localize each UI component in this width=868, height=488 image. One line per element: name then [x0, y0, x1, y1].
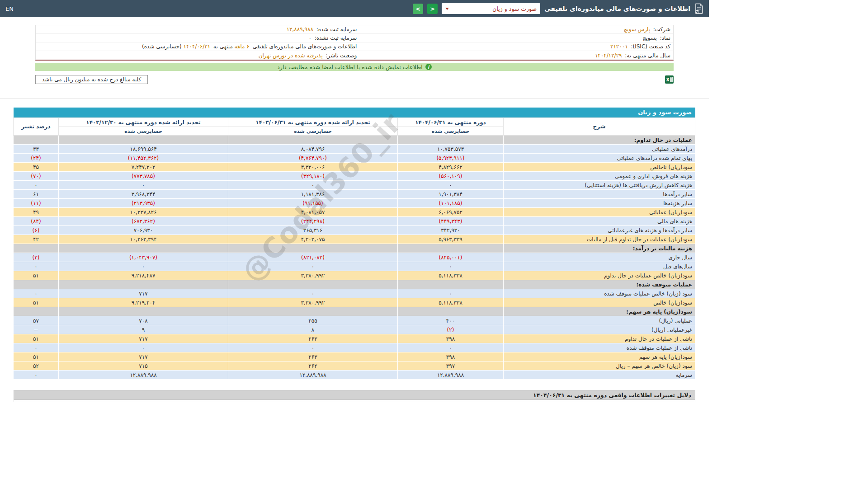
- row-label: سرمایه: [504, 371, 695, 380]
- value-cell: (۲): [398, 325, 504, 334]
- report-period-field: اطلاعات و صورت‌های مالی میاندوره‌ای تلفی…: [36, 43, 359, 50]
- field-value: ۱۲,۸۸۹,۹۸۸: [287, 26, 313, 33]
- field-value: ۱۴۰۴/۰۶/۳۱: [184, 43, 211, 50]
- row-label: هزینه های مالی: [504, 217, 695, 226]
- statement-body: عملیات در حال تداوم:درآمدهای عملیاتی۱۰,۷…: [14, 136, 695, 380]
- field-value: پارس سویچ: [623, 26, 650, 33]
- row-label: سود(زیان) پایه هر سهم: [504, 352, 695, 361]
- value-cell: (۶۷۲,۳۶۲): [59, 217, 228, 226]
- value-cell: ۰: [398, 289, 504, 298]
- document-report-icon: [694, 3, 703, 14]
- change-percent-cell: [14, 244, 59, 253]
- field-label: (حسابرسی شده): [142, 43, 182, 50]
- field-value: ۱۴۰۴/۱۲/۲۹: [595, 52, 622, 59]
- value-cell: ۵,۱۱۸,۳۳۸: [398, 298, 504, 307]
- signed-data-notice: i اطلاعات نمایش داده شده با اطلاعات امضا…: [35, 63, 674, 71]
- value-cell: ۰: [59, 262, 228, 271]
- ticker-symbol-field: نماد: بسویچ: [359, 35, 673, 41]
- topbar: اطلاعات و صورت‌های مالی میاندوره‌ای تلفی…: [0, 0, 709, 17]
- change-percent-cell: ۰: [14, 181, 59, 190]
- value-cell: ۴,۰۸۱,۰۵۷: [228, 208, 398, 217]
- value-cell: ۹,۲۱۸,۴۸۷: [59, 271, 228, 280]
- statement-row: هزینه های مالی(۴۴۹,۳۴۳)(۲۴۴,۲۹۸)(۶۷۲,۳۶۲…: [14, 217, 695, 226]
- change-percent-cell: ۵۲: [14, 361, 59, 371]
- change-percent-cell: ۶۱: [14, 190, 59, 199]
- row-label: هزینه مالیات بر درآمد:: [504, 244, 695, 253]
- value-cell: ۱۰,۲۲۷,۸۲۶: [59, 208, 228, 217]
- amounts-unit-note: کلیه مبالغ درج شده به میلیون ریال می باش…: [35, 75, 148, 84]
- field-label: نماد:: [660, 35, 670, 41]
- registered-capital-field: سرمایه ثبت شده: ۱۲,۸۸۹,۹۸۸: [36, 26, 359, 33]
- next-statement-button[interactable]: >: [427, 4, 438, 14]
- change-percent-cell: (۳): [14, 253, 59, 262]
- value-cell: ۷۱۵: [59, 361, 228, 371]
- statement-row: سود(زیان) عملیاتی۶,۰۶۹,۷۵۲۴,۰۸۱,۰۵۷۱۰,۲۲…: [14, 208, 695, 217]
- change-percent-cell: [14, 136, 59, 145]
- change-percent-cell: ۴۵: [14, 163, 59, 172]
- value-cell: ۷,۲۴۷,۲۰۲: [59, 163, 228, 172]
- value-cell: ۸,۰۸۴,۷۹۶: [228, 145, 398, 154]
- section-divider: [0, 98, 709, 99]
- row-label: هزینه کاهش ارزش دریافتنی ها (هزینه استثن…: [504, 181, 695, 190]
- value-cell: ۳۶۵,۳۱۶: [228, 226, 398, 235]
- value-cell: ۷۱۷: [59, 334, 228, 343]
- row-label: سود(زیان) عملیات در حال تداوم قبل از مال…: [504, 235, 695, 244]
- statement-type-select[interactable]: صورت سود و زیان: [442, 3, 540, 14]
- statement-row: سود(زیان) پایه هر سهم۳۹۸۲۶۳۷۱۷۵۱: [14, 352, 695, 361]
- value-cell: [59, 244, 228, 253]
- value-cell: [228, 136, 398, 145]
- english-language-link[interactable]: EN: [5, 5, 14, 12]
- col-header-period-prior: تجدید ارائه شده دوره منتهی به ۱۴۰۳/۰۶/۳۱: [228, 118, 398, 127]
- value-cell: ۳۹۸: [398, 352, 504, 361]
- statement-row: سال‌های قبل۰۰۰۰: [14, 262, 695, 271]
- notice-text: اطلاعات نمایش داده شده با اطلاعات امضا ش…: [277, 64, 422, 70]
- statement-row: ناشی از عملیات متوقف شده۰۰۰۰: [14, 343, 695, 352]
- company-info-row: شرکت: پارس سویچ سرمایه ثبت شده: ۱۲,۸۸۹,۹…: [36, 25, 673, 34]
- value-cell: [228, 244, 398, 253]
- value-cell: (۴,۷۶۴,۷۹۰): [228, 154, 398, 163]
- change-percent-cell: ۴۹: [14, 208, 59, 217]
- value-cell: ۱۲,۸۸۹,۹۸۸: [398, 371, 504, 380]
- value-cell: ۳,۳۸۰,۹۹۲: [228, 298, 398, 307]
- statement-row: سایر هزینه‌ها(۱۰۱,۱۸۵)(۹۱,۱۵۵)(۲۱۳,۹۳۵)(…: [14, 199, 695, 208]
- change-percent-cell: --: [14, 325, 59, 334]
- value-cell: ۳,۳۸۰,۹۹۲: [228, 271, 398, 280]
- value-cell: [228, 280, 398, 289]
- change-percent-cell: [14, 307, 59, 316]
- statement-row: بهای تمام شده درآمدهای عملیاتی(۵,۹۲۳,۹۱۱…: [14, 154, 695, 163]
- value-cell: ۲۵۵: [228, 316, 398, 325]
- value-cell: ۱۸,۶۹۹,۵۶۴: [59, 145, 228, 154]
- value-cell: ۰: [398, 181, 504, 190]
- issuer-status-field: وضعیت ناشر: پذیرفته شده در بورس تهران: [36, 52, 359, 59]
- value-cell: ۳,۳۲۰,۰۰۶: [228, 163, 398, 172]
- row-label: سایر هزینه‌ها: [504, 199, 695, 208]
- col-header-period-yearend: تجدید ارائه شده دوره منتهی به ۱۴۰۳/۱۲/۳۰: [59, 118, 228, 127]
- section-header-row: عملیات متوقف شده:: [14, 280, 695, 289]
- value-cell: ۰: [228, 262, 398, 271]
- row-label: ناشی از عملیات در حال تداوم: [504, 334, 695, 343]
- value-cell: ۱۰,۷۵۳,۵۷۳: [398, 145, 504, 154]
- row-label: سود(زیان) خالص: [504, 298, 695, 307]
- statement-row: غیرعملیاتی (ریال)(۲)۸۹--: [14, 325, 695, 334]
- statement-row: سال جاری(۸۴۵,۰۰۱)(۸۲۱,۰۸۳)(۱,۰۴۳,۹۰۷)(۳): [14, 253, 695, 262]
- value-cell: ۲۶۲: [228, 361, 398, 371]
- change-percent-cell: (۶): [14, 226, 59, 235]
- statement-row: سایر درآمدها و هزینه های غیرعملیاتی۳۴۲,۹…: [14, 226, 695, 235]
- previous-statement-button[interactable]: <: [413, 4, 423, 14]
- excel-export-icon[interactable]: X: [665, 75, 674, 84]
- row-label: سایر درآمدها: [504, 190, 695, 199]
- value-cell: [398, 307, 504, 316]
- value-cell: ۱,۹۰۱,۳۸۴: [398, 190, 504, 199]
- value-cell: ۹,۲۱۹,۲۰۴: [59, 298, 228, 307]
- row-label: سود (زیان) خالص عملیات متوقف شده: [504, 289, 695, 298]
- value-cell: ۱۲,۸۸۹,۹۸۸: [59, 371, 228, 380]
- value-cell: ۶,۰۶۹,۷۵۲: [398, 208, 504, 217]
- value-cell: (۸۴۵,۰۰۱): [398, 253, 504, 262]
- value-cell: [398, 136, 504, 145]
- row-label: درآمدهای عملیاتی: [504, 145, 695, 154]
- value-cell: [398, 244, 504, 253]
- company-info-row: نماد: بسویچ سرمایه ثبت نشده: ۰: [36, 34, 673, 42]
- statement-row: هزینه های فروش، اداری و عمومی(۵۶۰,۱۰۹)(۳…: [14, 172, 695, 181]
- value-cell: ۳۴۲,۹۳۰: [398, 226, 504, 235]
- value-cell: ۰: [59, 181, 228, 190]
